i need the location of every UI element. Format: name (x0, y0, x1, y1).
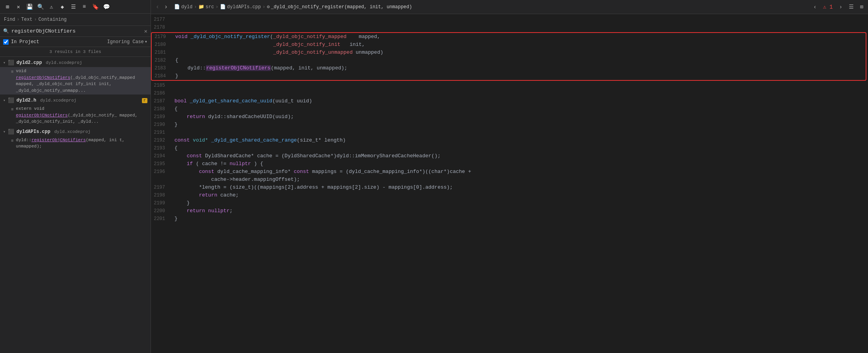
code-line: 2177 (151, 16, 868, 24)
code-line: 2180 _dyld_objc_notify_init init, (152, 41, 866, 49)
bc-function[interactable]: ⚙ _dyld_objc_notify_register(mapped, ini… (267, 4, 412, 10)
breadcrumb-sep-1: › (17, 17, 20, 22)
project-name-3: dyld.xcodeproj (54, 129, 90, 134)
settings-button[interactable]: ☰ (847, 3, 855, 11)
search-icon[interactable]: 🔍 (36, 2, 45, 11)
h-file-icon: ⬛ (8, 97, 14, 104)
result-item[interactable]: ≡ extern void egisterObjCNotifiers(_dyld… (0, 105, 151, 126)
code-editor: 2177 2178 2179 void _dyld_objc_notify_re… (151, 14, 868, 353)
code-line: 2199 } (151, 199, 868, 207)
project-name-2: dyld.xcodeproj (40, 98, 76, 103)
scope-row: In Project Ignoring Case ▾ (0, 37, 151, 47)
result-item[interactable]: ≡ dyld::registerObjCNotifiers(mapped, in… (0, 136, 151, 151)
nav-next-button[interactable]: › (837, 3, 844, 11)
search-input[interactable] (11, 28, 142, 34)
search-icon-small: 🔍 (3, 28, 9, 34)
badge: r (142, 98, 147, 103)
bc-src[interactable]: 📁 src (198, 4, 214, 10)
project-name-1: dyld.xcodeproj (46, 60, 82, 65)
comment-icon[interactable]: 💬 (102, 2, 111, 11)
in-project-checkbox[interactable] (3, 39, 9, 45)
nav-prev-button[interactable]: ‹ (812, 3, 818, 11)
grid-icon[interactable]: ⊞ (3, 2, 12, 11)
breadcrumb: Find › Text › Containing (0, 14, 151, 26)
chevron-icon: ▾ (3, 129, 5, 134)
result-icon: ≡ (11, 69, 14, 75)
clear-button[interactable]: ✕ (144, 29, 147, 34)
scope-label: In Project (11, 39, 39, 45)
code-line: 2191 (151, 129, 868, 136)
breadcrumb-text[interactable]: Text (21, 17, 33, 22)
split-button[interactable]: ⊞ (859, 3, 865, 11)
code-line: 2192 const void* _dyld_get_shared_cache_… (151, 136, 868, 144)
cpp-file-icon-2: ⬛ (8, 129, 14, 135)
close-icon[interactable]: ✕ (14, 2, 23, 11)
back-button[interactable]: ‹ (154, 4, 161, 11)
header-actions: ‹ ⚠ 1 › ☰ ⊞ (812, 3, 865, 11)
file-header-dyld2-cpp[interactable]: ▾ ⬛ dyld2.cpp dyld.xcodeproj (0, 58, 151, 67)
result-item[interactable]: ≡ void registerObjCNotifiers(_dyld_objc_… (0, 67, 151, 95)
code-line: 2190 } (151, 121, 868, 129)
error-badge[interactable]: ⚠ 1 (821, 3, 834, 11)
bc-dyld-icon: 📄 (174, 4, 180, 10)
chevron-icon: ▾ (3, 98, 5, 103)
file-group-dyldapis-cpp: ▾ ⬛ dyldAPIs.cpp dyld.xcodeproj ≡ dyld::… (0, 127, 151, 151)
save-icon[interactable]: 💾 (25, 2, 34, 11)
filename-dyldapis-cpp: dyldAPIs.cpp (16, 129, 50, 135)
search-row: 🔍 ✕ (0, 26, 151, 37)
code-line: 2194 const DyldSharedCache* cache = (Dyl… (151, 152, 868, 160)
code-line: 2197 *length = (size_t)((mappings[2].add… (151, 184, 868, 191)
code-line: 2181 _dyld_objc_notify_unmapped unmapped… (152, 49, 866, 56)
breadcrumb-containing[interactable]: Containing (38, 17, 67, 22)
editor-breadcrumb: 📄 dyld › 📁 src › 📄 dyldAPIs.cpp › ⚙ _dyl… (171, 4, 810, 10)
result-text: dyld::registerObjCNotifiers(mapped, ini … (16, 137, 147, 150)
menu-icon[interactable]: ☰ (69, 2, 78, 11)
bc-fn-icon: ⚙ (267, 4, 270, 10)
diamond-icon[interactable]: ◆ (58, 2, 67, 11)
code-line: cache->header.mappingOffset); (151, 176, 868, 184)
tab-bar: ‹ › 📄 dyld › 📁 src › 📄 dyldAPIs.cpp › ⚙ … (151, 0, 868, 14)
left-panel: ⊞ ✕ 💾 🔍 ⚠ ◆ ☰ ≡ 🔖 💬 Find › Text › Contai… (0, 0, 151, 353)
code-line: 2179 void _dyld_objc_notify_register(_dy… (152, 33, 866, 41)
code-line: 2182 { (152, 56, 866, 64)
highlighted-block: 2179 void _dyld_objc_notify_register(_dy… (151, 32, 866, 81)
forward-button[interactable]: › (163, 4, 170, 11)
code-line: 2187 bool _dyld_get_shared_cache_uuid(uu… (151, 97, 868, 105)
breadcrumb-find[interactable]: Find (4, 17, 15, 22)
case-dropdown[interactable]: Ignoring Case ▾ (107, 39, 147, 45)
bc-dyld[interactable]: 📄 dyld (174, 4, 192, 10)
file-header-dyldapis-cpp[interactable]: ▾ ⬛ dyldAPIs.cpp dyld.xcodeproj (0, 127, 151, 136)
code-line: 2184 } (152, 72, 866, 80)
code-line: 2195 if ( cache != nullptr ) { (151, 160, 868, 168)
code-line: 2193 { (151, 144, 868, 152)
bc-src-icon: 📁 (198, 4, 204, 10)
code-line: 2183 dyld::registerObjCNotifiers(mapped,… (152, 64, 866, 72)
code-line: 2198 return cache; (151, 191, 868, 199)
code-line: 2178 (151, 24, 868, 31)
code-line: 2185 (151, 82, 868, 89)
filename-dyld2-h: dyld2.h (16, 98, 36, 103)
right-panel: ‹ › 📄 dyld › 📁 src › 📄 dyldAPIs.cpp › ⚙ … (151, 0, 868, 353)
results-list: ▾ ⬛ dyld2.cpp dyld.xcodeproj ≡ void regi… (0, 57, 151, 353)
results-count: 3 results in 3 files (0, 47, 151, 57)
bookmark-icon[interactable]: 🔖 (91, 2, 100, 11)
code-line: 2188 { (151, 105, 868, 113)
code-line: 2196 const dyld_cache_mapping_info* cons… (151, 168, 868, 176)
result-text: extern void egisterObjCNotifiers(_dyld_o… (16, 106, 147, 125)
breadcrumb-sep-2: › (34, 17, 37, 22)
toolbar: ⊞ ✕ 💾 🔍 ⚠ ◆ ☰ ≡ 🔖 💬 (0, 0, 151, 14)
result-text: void registerObjCNotifiers(_dyld_objc_no… (16, 68, 147, 94)
bc-file-icon: 📄 (220, 4, 226, 10)
code-line: 2201 } (151, 215, 868, 223)
code-line: 2189 return dyld::sharedCacheUUID(uuid); (151, 113, 868, 121)
file-header-dyld2-h[interactable]: ▾ ⬛ dyld2.h dyld.xcodeproj r (0, 96, 151, 105)
file-group-dyld2-cpp: ▾ ⬛ dyld2.cpp dyld.xcodeproj ≡ void regi… (0, 58, 151, 95)
cpp-file-icon: ⬛ (8, 60, 14, 66)
result-icon: ≡ (11, 106, 14, 113)
list-icon[interactable]: ≡ (80, 2, 89, 11)
bc-file[interactable]: 📄 dyldAPIs.cpp (220, 4, 261, 10)
warning-icon[interactable]: ⚠ (47, 2, 56, 11)
chevron-icon: ▾ (3, 60, 5, 65)
code-line: 2186 (151, 89, 868, 97)
filename-dyld2-cpp: dyld2.cpp (16, 60, 42, 66)
